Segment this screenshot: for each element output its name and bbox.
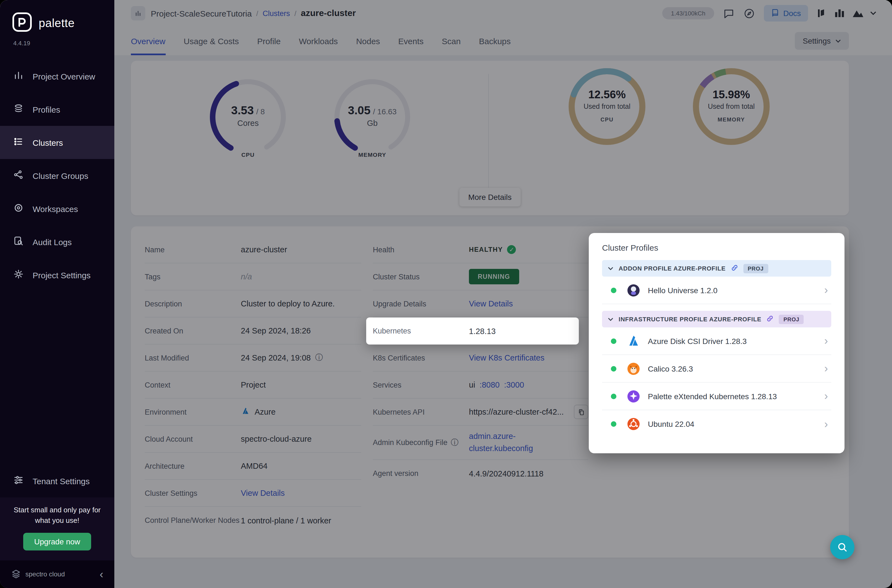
more-details-button[interactable]: More Details [459, 188, 520, 207]
sidebar-item-profiles[interactable]: Profiles [0, 93, 114, 126]
service-port-8080-link[interactable]: :8080 [480, 380, 500, 389]
profile-row-hello-universe[interactable]: Hello Universe 1.2.0 › [602, 277, 831, 304]
detail-label: Environment [145, 408, 241, 416]
tab-profile[interactable]: Profile [257, 27, 281, 55]
tab-backups[interactable]: Backups [479, 27, 511, 55]
detail-row-kubernetes-spotlight: Kubernetes 1.28.13 [366, 318, 579, 345]
detail-row-agent-version: Agent version 4.4.9/20240912.1118 [373, 460, 588, 487]
detail-label: Tags [145, 273, 241, 281]
sidebar-item-workspaces[interactable]: Workspaces [0, 192, 114, 225]
detail-label: Context [145, 381, 241, 389]
cpu-unit: Cores [204, 119, 292, 128]
chevron-right-icon[interactable]: › [824, 284, 828, 297]
detail-label: Description [145, 300, 241, 308]
detail-label: Name [145, 245, 241, 254]
admin-kubeconfig-link[interactable]: admin.azure-cluster.kubeconfig [469, 431, 535, 454]
palette-cluster-overview-page: palette 4.4.19 Project Overview Profiles… [0, 0, 892, 588]
tab-nodes[interactable]: Nodes [356, 27, 380, 55]
settings-button[interactable]: Settings [795, 32, 849, 50]
sidebar-item-label: Project Settings [33, 270, 90, 280]
profile-row-azure-disk-csi[interactable]: Azure Disk CSI Driver 1.28.3 › [602, 327, 831, 355]
sidebar-item-cluster-groups[interactable]: Cluster Groups [0, 159, 114, 192]
sidebar: palette 4.4.19 Project Overview Profiles… [0, 0, 114, 588]
breadcrumb-separator: / [256, 9, 258, 17]
brand-name: palette [39, 16, 75, 30]
addon-profile-section-header[interactable]: ADDON PROFILE AZURE-PROFILE PROJ [602, 260, 831, 277]
detail-value: Azure [255, 408, 276, 416]
profile-row-ubuntu[interactable]: Ubuntu 22.04 › [602, 410, 831, 438]
tab-overview[interactable]: Overview [131, 27, 165, 55]
upgrade-now-button[interactable]: Upgrade now [23, 533, 92, 550]
sidebar-item-audit-logs[interactable]: Audit Logs [0, 225, 114, 258]
service-port-3000-link[interactable]: :3000 [504, 380, 524, 389]
palette-extended-kubernetes-icon [626, 389, 641, 404]
upgrade-promo: Start small and only pay for what you us… [0, 498, 114, 560]
sidebar-item-project-settings[interactable]: Project Settings [0, 258, 114, 291]
compass-icon[interactable] [743, 8, 755, 19]
detail-row-tags: Tags n/a [145, 263, 361, 290]
azure-disk-csi-icon [626, 334, 641, 348]
sidebar-item-clusters[interactable]: Clusters [0, 126, 114, 159]
detail-value: 24 Sep 2024, 18:26 [241, 326, 361, 335]
memory-usage-pct: 15.98% [690, 88, 773, 101]
chevron-down-icon [870, 11, 877, 15]
view-k8s-certificates-link[interactable]: View K8s Certificates [469, 353, 588, 362]
check-circle-icon: ✓ [507, 245, 516, 254]
ubuntu-icon [626, 417, 641, 431]
memory-gauge: 3.05 / 16.63 Gb MEMORY [328, 73, 416, 161]
cpu-usage-pct: 12.56% [566, 88, 649, 101]
chevron-right-icon[interactable]: › [824, 362, 828, 375]
detail-value: n/a [241, 272, 361, 281]
breadcrumb-project[interactable]: Project-ScaleSecureTutoria [151, 9, 252, 18]
toolbar-overflow-icons[interactable] [817, 9, 877, 18]
profile-row-palette-extended-kubernetes[interactable]: Palette eXtended Kubernetes 1.28.13 › [602, 382, 831, 410]
sidebar-item-label: Project Overview [33, 72, 95, 81]
status-dot-green [611, 393, 616, 399]
collapse-sidebar-icon[interactable]: ‹ [100, 568, 103, 580]
search-fab-button[interactable] [830, 535, 854, 559]
tab-workloads[interactable]: Workloads [299, 27, 338, 55]
tab-scan[interactable]: Scan [442, 27, 461, 55]
profile-row-calico[interactable]: Calico 3.26.3 › [602, 355, 831, 382]
sidebar-item-tenant-settings[interactable]: Tenant Settings [0, 465, 114, 498]
breadcrumb-clusters-link[interactable]: Clusters [263, 9, 290, 17]
profile-pack-name: Calico 3.26.3 [648, 364, 693, 373]
tab-events[interactable]: Events [398, 27, 423, 55]
audit-search-icon [13, 236, 24, 248]
status-dot-green [611, 421, 616, 427]
detail-row-name: Name azure-cluster [145, 236, 361, 263]
detail-label: Services [373, 381, 469, 389]
running-status-badge: RUNNING [469, 269, 519, 284]
info-icon[interactable]: ⓘ [451, 438, 458, 447]
tab-usage-costs[interactable]: Usage & Costs [184, 27, 239, 55]
azure-icon [241, 406, 250, 417]
chevron-right-icon[interactable]: › [824, 390, 828, 402]
chevron-right-icon[interactable]: › [824, 418, 828, 430]
chat-icon[interactable] [723, 8, 734, 19]
promo-text: Start small and only pay for what you us… [14, 506, 101, 525]
detail-row-created-on: Created On 24 Sep 2024, 18:26 [145, 318, 361, 345]
upgrade-view-details-link[interactable]: View Details [469, 299, 588, 308]
cpu-usage-donut: 12.56% Used from total CPU [566, 65, 649, 148]
info-icon[interactable]: ⓘ [315, 353, 323, 363]
top-area: Project-ScaleSecureTutoria / Clusters / … [114, 0, 892, 55]
memory-used-value: 3.05 [348, 104, 371, 117]
detail-row-cluster-status: Cluster Status RUNNING [373, 263, 588, 290]
copy-icon[interactable] [574, 405, 588, 419]
project-icon [131, 6, 145, 20]
detail-label: Architecture [145, 462, 241, 470]
chevron-down-icon [608, 266, 614, 270]
metrics-divider [488, 74, 489, 202]
chevron-down-icon [608, 317, 614, 321]
cluster-settings-view-details-link[interactable]: View Details [241, 489, 361, 498]
infrastructure-profile-section-header[interactable]: INFRASTRUCTURE PROFILE AZURE-PROFILE PRO… [602, 311, 831, 327]
services-name: ui [469, 380, 475, 389]
memory-gauge-label: MEMORY [328, 151, 416, 158]
docs-button[interactable]: Docs [764, 5, 808, 21]
infrastructure-profile-header-label: INFRASTRUCTURE PROFILE AZURE-PROFILE [619, 316, 761, 322]
chevron-right-icon[interactable]: › [824, 334, 828, 347]
detail-row-upgrade-details: Upgrade Details View Details [373, 290, 588, 318]
sidebar-menu: Project Overview Profiles Clusters Clust… [0, 60, 114, 291]
search-icon [837, 542, 848, 553]
sidebar-item-project-overview[interactable]: Project Overview [0, 60, 114, 93]
